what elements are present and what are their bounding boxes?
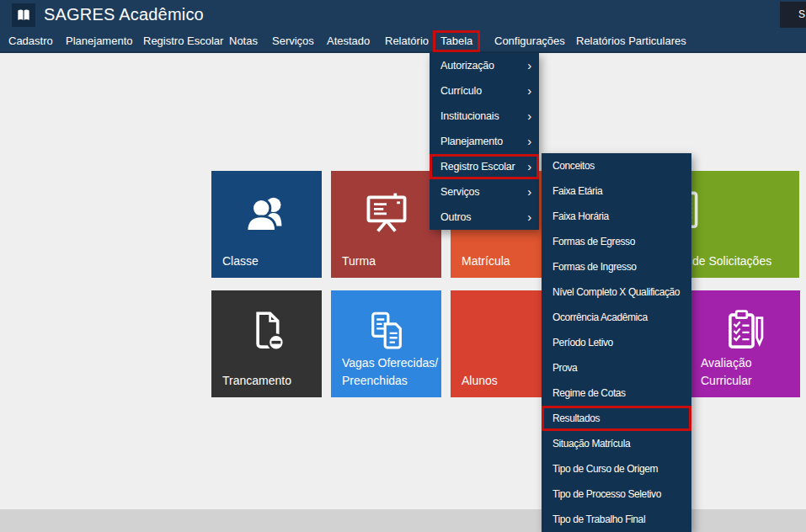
chevron-right-icon: › [527,154,531,178]
submenu-item-tipo-de-processo-seletivo[interactable]: Tipo de Processo Seletivo [542,481,691,507]
submenu-item-resultados[interactable]: Resultados [542,406,691,431]
registro-escolar-submenu: Conceitos Faixa Etária Faixa Horária For… [542,153,691,532]
submenu-item-conceitos[interactable]: Conceitos [542,153,691,178]
tabela-menu-item-registro-escolar[interactable]: Registro Escolar› [430,154,539,179]
submenu-item-ocorrencia-academica[interactable]: Ocorrência Acadêmica [542,305,691,330]
document-minus-icon [243,307,291,356]
tile-label: Matrícula [462,253,510,269]
chevron-right-icon: › [527,53,531,77]
menubar-item-relatorios-particulares[interactable]: Relatórios Particulares [576,31,686,51]
tile-label: Avaliação Curricular [701,354,752,389]
submenu-item-situacao-matricula[interactable]: Situação Matrícula [542,431,691,456]
app: { "colors": { "header_bg": "#1D3C5B", "m… [0,0,806,532]
tile-label: de Solicitações [692,253,771,269]
main-menubar: Cadastro Planejamento Registro Escolar N… [0,31,806,53]
app-logo [12,3,35,27]
checklist-pen-icon [721,307,770,356]
menubar-item-configuracoes[interactable]: Configurações [494,31,565,51]
tabela-menu-item-curriculo[interactable]: Currículo› [430,78,539,104]
menubar-item-atestado[interactable]: Atestado [327,31,370,51]
tile-vagas[interactable]: Vagas Oferecidas/ Preenchidas [331,290,441,397]
tile-avaliacao-curricular[interactable]: Avaliação Curricular [690,290,800,397]
tabela-menu-item-autorizacao[interactable]: Autorização› [430,53,539,78]
open-book-icon [15,7,32,24]
chevron-right-icon: › [527,104,531,128]
tile-label: Vagas Oferecidas/ Preenchidas [342,354,438,389]
tabela-menu: Autorização› Currículo› Institucionais› … [430,53,539,230]
submenu-item-faixa-horaria[interactable]: Faixa Horária [542,204,691,229]
menubar-item-tabela[interactable]: Tabela [433,30,480,52]
app-title: SAGRES Acadêmico [44,5,204,24]
people-icon [241,188,293,240]
tile-trancamento[interactable]: Trancamento [211,290,322,397]
tile-label: Turma [342,253,376,269]
submenu-item-tipo-de-curso-de-origem[interactable]: Tipo de Curso de Origem [542,456,691,481]
menubar-item-servicos[interactable]: Serviços [272,31,314,51]
submenu-item-formas-de-egresso[interactable]: Formas de Egresso [542,229,691,254]
tabela-menu-item-planejamento[interactable]: Planejamento› [430,129,539,154]
presentation-board-icon [361,188,412,238]
tile-label: Trancamento [222,372,291,389]
tile-label: Classe [222,253,259,269]
chevron-right-icon: › [527,179,531,204]
chevron-right-icon: › [527,78,531,103]
app-header: SAGRES Acadêmico S [0,0,806,31]
menubar-item-notas[interactable]: Notas [229,31,258,51]
tile-turma[interactable]: Turma [331,171,441,278]
menubar-item-cadastro[interactable]: Cadastro [8,31,53,51]
account-button[interactable]: S [780,2,806,28]
documents-icon [362,307,411,356]
submenu-item-periodo-letivo[interactable]: Período Letivo [542,330,691,355]
chevron-right-icon: › [527,205,531,229]
menubar-item-relatorio[interactable]: Relatório [385,31,429,51]
submenu-item-nivel-completo-x-qualificacao[interactable]: Nível Completo X Qualificação [542,279,691,305]
menubar-item-planejamento[interactable]: Planejamento [66,31,133,51]
submenu-item-tipo-de-trabalho-final[interactable]: Tipo de Trabalho Final [542,507,691,532]
tile-label: Alunos [462,372,498,389]
tabela-menu-item-institucionais[interactable]: Institucionais› [430,104,539,129]
submenu-item-formas-de-ingresso[interactable]: Formas de Ingresso [542,254,691,279]
submenu-item-regime-de-cotas[interactable]: Regime de Cotas [542,380,691,406]
tabela-menu-item-servicos[interactable]: Serviços› [430,179,539,205]
menubar-item-registro-escolar[interactable]: Registro Escolar [143,31,223,51]
chevron-right-icon: › [527,129,531,153]
submenu-item-prova[interactable]: Prova [542,355,691,380]
submenu-item-faixa-etaria[interactable]: Faixa Etária [542,178,691,204]
tabela-menu-item-outros[interactable]: Outros› [430,205,539,230]
tile-classe[interactable]: Classe [211,171,322,278]
